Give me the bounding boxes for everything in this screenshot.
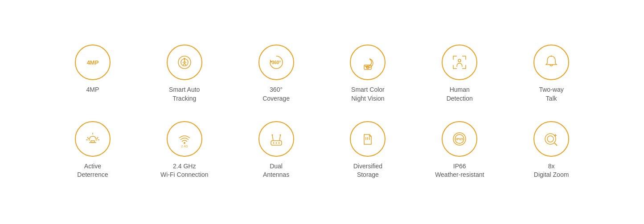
- zoom-label: 8xDigital Zoom: [534, 162, 569, 179]
- 360-icon: 360°: [267, 53, 286, 72]
- night-vision-icon-circle: [350, 45, 386, 80]
- 4mp-icon-circle: 4MP: [75, 45, 111, 80]
- feature-360-coverage: 360° 360°Coverage: [237, 45, 316, 103]
- svg-text:4MP: 4MP: [87, 59, 99, 66]
- night-vision-label: Smart ColorNight Vision: [351, 86, 385, 103]
- svg-point-29: [271, 134, 273, 135]
- svg-text:IP65: IP65: [456, 137, 464, 141]
- antennas-icon-circle: [258, 121, 294, 157]
- storage-label: DiversifiedStorage: [353, 162, 382, 179]
- 4mp-icon: 4MP: [83, 53, 103, 72]
- ip66-icon-circle: IP65: [442, 121, 477, 157]
- svg-point-3: [184, 58, 185, 60]
- svg-point-13: [458, 59, 461, 62]
- tracking-icon: [175, 53, 194, 72]
- human-detection-label: HumanDetection: [447, 86, 473, 103]
- svg-point-25: [273, 142, 274, 143]
- svg-line-8: [185, 63, 186, 65]
- feature-two-way-talk: Two-wayTalk: [512, 45, 591, 103]
- storage-icon-circle: [350, 121, 386, 157]
- talk-icon-circle: [533, 45, 569, 80]
- wifi-label: 2.4 GHzWi-Fi Connection: [160, 162, 208, 179]
- ip66-icon: IP65: [450, 129, 469, 149]
- svg-point-14: [551, 56, 552, 57]
- deterrence-icon: [83, 129, 103, 149]
- svg-point-27: [278, 142, 279, 143]
- zoom-icon-circle: [533, 121, 569, 157]
- svg-text:360°: 360°: [271, 60, 281, 65]
- feature-smart-auto-tracking: Smart AutoTracking: [145, 45, 224, 103]
- svg-line-42: [554, 143, 557, 146]
- svg-line-17: [87, 137, 89, 139]
- svg-point-31: [279, 134, 281, 135]
- 360-icon-circle: 360°: [258, 45, 294, 80]
- night-vision-icon: [358, 53, 377, 72]
- feature-dual-antennas: DualAntennas: [237, 121, 316, 179]
- deterrence-label: ActiveDeterrence: [77, 162, 108, 179]
- 4mp-label: 4MP: [86, 86, 99, 94]
- feature-human-detection: HumanDetection: [420, 45, 499, 103]
- antennas-label: DualAntennas: [263, 162, 289, 179]
- zoom-icon: [541, 129, 561, 149]
- svg-text:2.4G: 2.4G: [181, 145, 188, 148]
- deterrence-icon-circle: [75, 121, 111, 157]
- svg-line-30: [279, 135, 280, 141]
- antennas-icon: [267, 129, 286, 149]
- ip66-label: IP66Weather-resistant: [435, 162, 484, 179]
- feature-wifi: 2.4G 2.4 GHzWi-Fi Connection: [145, 121, 224, 179]
- svg-point-26: [275, 142, 277, 143]
- talk-label: Two-wayTalk: [539, 86, 563, 103]
- talk-icon: [541, 53, 561, 72]
- human-detection-icon: [450, 53, 469, 72]
- feature-ip66: IP65 IP66Weather-resistant: [420, 121, 499, 179]
- features-grid: 4MP 4MP Smart AutoTracking: [0, 36, 644, 188]
- svg-point-39: [547, 136, 554, 142]
- human-detection-icon-circle: [442, 45, 477, 80]
- feature-storage: DiversifiedStorage: [328, 121, 407, 179]
- feature-night-vision: Smart ColorNight Vision: [328, 45, 407, 103]
- tracking-icon-circle: [167, 45, 202, 80]
- tracking-label: Smart AutoTracking: [169, 86, 200, 103]
- 360-label: 360°Coverage: [263, 86, 290, 103]
- svg-line-28: [272, 135, 273, 141]
- feature-4mp: 4MP 4MP: [53, 45, 132, 103]
- wifi-icon-circle: 2.4G: [167, 121, 202, 157]
- feature-digital-zoom: 8xDigital Zoom: [512, 121, 591, 179]
- wifi-icon: 2.4G: [175, 129, 194, 149]
- storage-icon: [358, 129, 377, 149]
- svg-line-19: [97, 137, 98, 139]
- feature-active-deterrence: ActiveDeterrence: [53, 121, 132, 179]
- svg-point-22: [184, 142, 185, 144]
